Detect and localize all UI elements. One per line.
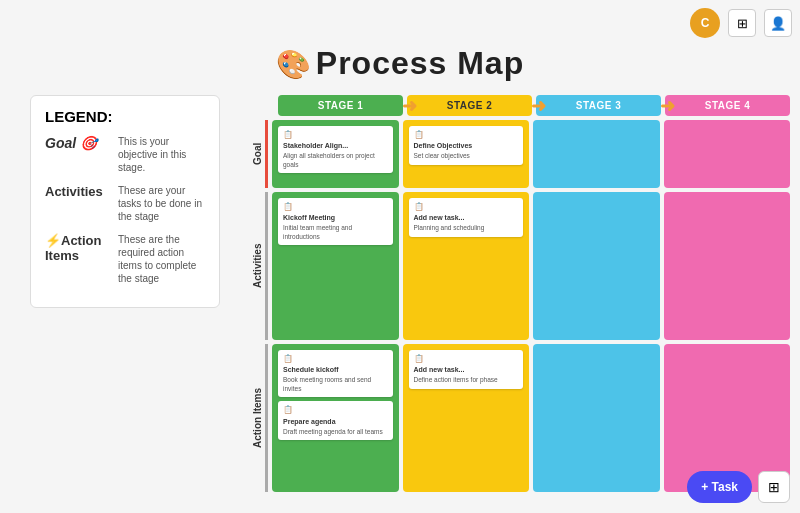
add-task-button[interactable]: + Task: [687, 471, 752, 503]
stage-header-2: STAGE 2 ➜: [407, 95, 532, 116]
card-title: Add new task...: [414, 213, 519, 222]
page-title: 🎨Process Map: [0, 45, 800, 82]
action-row: 📋 Schedule kickoff Book meeting rooms an…: [272, 344, 790, 492]
grid-content: 📋 Stakeholder Align... Align all stakeho…: [272, 120, 790, 492]
cell-action-s3[interactable]: [533, 344, 660, 492]
process-map: STAGE 1 ➜ STAGE 2 ➜ STAGE 3 ➜ STAGE 4 Go…: [250, 95, 790, 493]
card-icon: 📋: [414, 130, 519, 140]
card-body: Planning and scheduling: [414, 224, 519, 232]
card-title: Kickoff Meeting: [283, 213, 388, 222]
card-icon: 📋: [283, 202, 388, 212]
legend-title: LEGEND:: [45, 108, 205, 125]
card-title: Schedule kickoff: [283, 365, 388, 374]
card-goal-s2[interactable]: 📋 Define Objectives Set clear objectives: [409, 126, 524, 165]
legend-box: LEGEND: Goal 🎯 This is your objective in…: [30, 95, 220, 308]
cell-activity-s2[interactable]: 📋 Add new task... Planning and schedulin…: [403, 192, 530, 340]
title-emoji: 🎨: [276, 49, 312, 80]
user-icon[interactable]: 👤: [764, 9, 792, 37]
card-icon: 📋: [283, 130, 388, 140]
legend-item-action: ⚡Action Items These are the required act…: [45, 233, 205, 285]
cell-activity-s4[interactable]: [664, 192, 791, 340]
bracket-icon[interactable]: ⊞: [728, 9, 756, 37]
cell-activity-s1[interactable]: 📋 Kickoff Meeting Initial team meeting a…: [272, 192, 399, 340]
card-body: Define action items for phase: [414, 376, 519, 384]
card-icon: 📋: [283, 405, 388, 415]
stages-header: STAGE 1 ➜ STAGE 2 ➜ STAGE 3 ➜ STAGE 4: [278, 95, 790, 116]
card-body: Draft meeting agenda for all teams: [283, 428, 388, 436]
row-labels: Goal Activities Action Items: [250, 120, 268, 492]
card-activity-s2[interactable]: 📋 Add new task... Planning and schedulin…: [409, 198, 524, 237]
card-icon: 📋: [283, 354, 388, 364]
legend-action-desc: These are the required action items to c…: [118, 233, 205, 285]
row-label-action: Action Items: [250, 344, 268, 492]
arrow-3: ➜: [660, 95, 676, 117]
card-activity-s1[interactable]: 📋 Kickoff Meeting Initial team meeting a…: [278, 198, 393, 245]
legend-activities-label: Activities: [45, 184, 110, 199]
arrow-1: ➜: [402, 95, 418, 117]
card-title: Add new task...: [414, 365, 519, 374]
cell-goal-s1[interactable]: 📋 Stakeholder Align... Align all stakeho…: [272, 120, 399, 188]
stage-header-3: STAGE 3 ➜: [536, 95, 661, 116]
arrow-2: ➜: [531, 95, 547, 117]
legend-item-activities: Activities These are your tasks to be do…: [45, 184, 205, 223]
legend-action-label: ⚡Action Items: [45, 233, 110, 263]
row-label-goal: Goal: [250, 120, 268, 188]
cell-activity-s3[interactable]: [533, 192, 660, 340]
grid-view-button[interactable]: ⊞: [758, 471, 790, 503]
card-action-s1-1[interactable]: 📋 Schedule kickoff Book meeting rooms an…: [278, 350, 393, 397]
stage-header-4: STAGE 4: [665, 95, 790, 116]
card-body: Initial team meeting and introductions: [283, 224, 388, 241]
card-body: Set clear objectives: [414, 152, 519, 160]
card-title: Stakeholder Align...: [283, 141, 388, 150]
bottom-bar: + Task ⊞: [687, 471, 790, 503]
cell-goal-s4[interactable]: [664, 120, 791, 188]
card-action-s1-2[interactable]: 📋 Prepare agenda Draft meeting agenda fo…: [278, 401, 393, 440]
top-bar: C ⊞ 👤: [690, 8, 792, 38]
card-goal-s1[interactable]: 📋 Stakeholder Align... Align all stakeho…: [278, 126, 393, 173]
card-icon: 📋: [414, 354, 519, 364]
legend-goal-label: Goal 🎯: [45, 135, 110, 151]
card-action-s2[interactable]: 📋 Add new task... Define action items fo…: [409, 350, 524, 389]
cell-goal-s3[interactable]: [533, 120, 660, 188]
activities-row: 📋 Kickoff Meeting Initial team meeting a…: [272, 192, 790, 340]
card-body: Book meeting rooms and send invites: [283, 376, 388, 393]
avatar[interactable]: C: [690, 8, 720, 38]
row-label-activities: Activities: [250, 192, 268, 340]
card-title: Define Objectives: [414, 141, 519, 150]
legend-activities-desc: These are your tasks to be done in the s…: [118, 184, 205, 223]
stage-header-1: STAGE 1 ➜: [278, 95, 403, 116]
cell-action-s2[interactable]: 📋 Add new task... Define action items fo…: [403, 344, 530, 492]
goal-row: 📋 Stakeholder Align... Align all stakeho…: [272, 120, 790, 188]
card-body: Align all stakeholders on project goals: [283, 152, 388, 169]
legend-item-goal: Goal 🎯 This is your objective in this st…: [45, 135, 205, 174]
cell-goal-s2[interactable]: 📋 Define Objectives Set clear objectives: [403, 120, 530, 188]
card-title: Prepare agenda: [283, 417, 388, 426]
legend-goal-desc: This is your objective in this stage.: [118, 135, 205, 174]
cell-action-s1[interactable]: 📋 Schedule kickoff Book meeting rooms an…: [272, 344, 399, 492]
card-icon: 📋: [414, 202, 519, 212]
cell-action-s4[interactable]: [664, 344, 791, 492]
grid-body: Goal Activities Action Items 📋 Stakehold…: [250, 120, 790, 492]
